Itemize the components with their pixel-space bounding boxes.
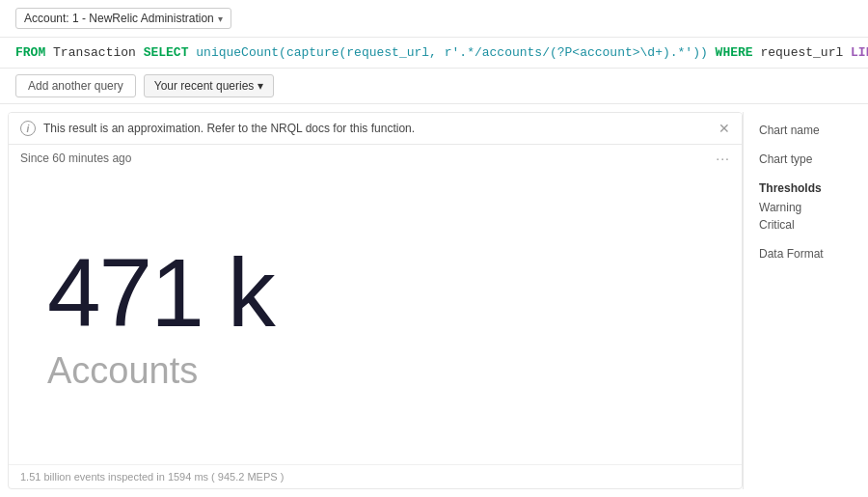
query-bar: FROM Transaction SELECT uniqueCount(capt… xyxy=(0,38,868,69)
query-select-kw: SELECT xyxy=(144,45,189,60)
big-number: 471 k xyxy=(47,244,274,341)
chart-name-section: Chart name xyxy=(759,124,853,137)
query-entity: Transaction xyxy=(53,45,144,60)
info-banner: i This result is an approximation. Refer… xyxy=(9,113,742,145)
chart-footer: 1.51 billion events inspected in 1594 ms… xyxy=(9,464,742,488)
warning-label: Warning xyxy=(759,201,853,214)
chart-type-label: Chart type xyxy=(759,152,853,166)
big-label: Accounts xyxy=(47,350,198,392)
info-icon: i xyxy=(20,121,36,136)
info-banner-message: This result is an approximation. Refer t… xyxy=(43,122,415,135)
data-format-label: Data Format xyxy=(759,247,853,261)
footer-text: 1.51 billion events inspected in 1594 ms… xyxy=(20,471,284,483)
since-label: Since 60 minutes ago xyxy=(20,152,131,165)
query-field: request_url xyxy=(760,45,851,60)
chart-panel: i This result is an approximation. Refer… xyxy=(8,112,743,489)
more-options-button[interactable]: ··· xyxy=(716,151,730,166)
thresholds-section: Thresholds Warning Critical xyxy=(759,181,853,232)
data-format-section: Data Format xyxy=(759,247,853,261)
chart-name-label: Chart name xyxy=(759,124,853,137)
close-banner-button[interactable]: ✕ xyxy=(719,122,730,135)
chart-type-section: Chart type xyxy=(759,152,853,166)
thresholds-heading: Thresholds xyxy=(759,181,853,195)
main-layout: i This result is an approximation. Refer… xyxy=(0,104,868,489)
query-where-kw: WHERE xyxy=(716,45,753,60)
recent-queries-label: Your recent queries xyxy=(154,79,255,93)
query-op: LIKE xyxy=(851,45,868,60)
top-bar: Account: 1 - NewRelic Administration ▾ xyxy=(0,0,868,38)
add-query-button[interactable]: Add another query xyxy=(15,74,136,97)
since-row: Since 60 minutes ago ··· xyxy=(9,145,742,172)
right-sidebar: Chart name Chart type Thresholds Warning… xyxy=(743,112,868,489)
account-label: Account: 1 - NewRelic Administration xyxy=(24,12,214,25)
account-chevron-icon: ▾ xyxy=(218,14,223,24)
recent-queries-button[interactable]: Your recent queries ▾ xyxy=(144,74,275,97)
toolbar: Add another query Your recent queries ▾ xyxy=(0,69,868,104)
account-selector[interactable]: Account: 1 - NewRelic Administration ▾ xyxy=(15,8,231,29)
query-from-kw: FROM xyxy=(15,45,45,60)
info-banner-left: i This result is an approximation. Refer… xyxy=(20,121,415,136)
query-function: uniqueCount(capture(request_url, r'.*/ac… xyxy=(196,45,708,60)
critical-label: Critical xyxy=(759,218,853,232)
recent-queries-chevron-icon: ▾ xyxy=(258,79,263,93)
big-number-area: 471 k Accounts xyxy=(9,172,742,464)
